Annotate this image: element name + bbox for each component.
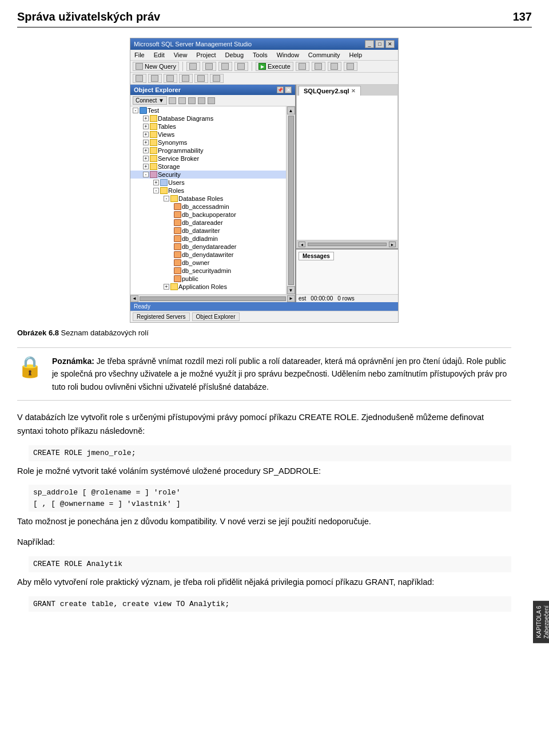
oe-close-btn[interactable]: ✕	[285, 86, 292, 93]
tree-item-views[interactable]: + Views	[130, 130, 286, 138]
expander-test[interactable]: -	[133, 108, 138, 113]
obj-tree-scroll[interactable]: - Test + Database Diagrams	[130, 106, 286, 294]
expander-approles[interactable]: +	[164, 284, 169, 290]
toolbar2-btn2[interactable]	[148, 74, 162, 83]
execute-btn[interactable]: ▶ Execute	[256, 62, 293, 71]
tree-item-test[interactable]: - Test	[130, 106, 286, 114]
tree-item-datareader[interactable]: db_datareader	[130, 219, 286, 227]
new-query-btn[interactable]: New Query	[133, 62, 179, 71]
expander-tables[interactable]: +	[143, 124, 149, 129]
tree-item-backupoperator[interactable]: db_backupoperator	[130, 211, 286, 219]
menu-edit[interactable]: Edit	[152, 51, 166, 59]
tree-item-storage[interactable]: + Storage	[130, 163, 286, 171]
toolbar-btn8[interactable]	[328, 62, 341, 71]
tree-item-synonyms[interactable]: + Synonyms	[130, 138, 286, 147]
oe-tb-icon2[interactable]	[178, 97, 186, 104]
tree-item-prog[interactable]: + Programmability	[130, 147, 286, 155]
toolbar2-btn4[interactable]	[179, 74, 193, 83]
toolbar-btn5[interactable]	[234, 62, 248, 71]
qe-scroll-right[interactable]: ►	[389, 242, 396, 247]
menu-help[interactable]: Help	[347, 51, 364, 59]
tree-item-security[interactable]: - Security	[130, 171, 286, 179]
code-line-analytik: CREATE ROLE Analytik	[33, 559, 507, 570]
query-tab-close[interactable]: ✕	[351, 88, 356, 94]
obj-explorer-scrollbar[interactable]: ▲ ▼	[286, 106, 295, 294]
toolbar2-btn6[interactable]	[210, 74, 224, 83]
menu-view[interactable]: View	[172, 51, 189, 59]
scroll-right-btn[interactable]: ►	[287, 295, 295, 302]
oe-tb-icon3[interactable]	[188, 97, 196, 104]
tree-item-diagrams[interactable]: + Database Diagrams	[130, 114, 286, 122]
folder-icon-dbroles	[170, 195, 178, 202]
scroll-down-btn[interactable]: ▼	[287, 286, 295, 294]
toolbar-btn9[interactable]	[344, 62, 357, 71]
role-icon-10	[174, 275, 181, 282]
caption-prefix: Obrázek 6.8	[17, 328, 59, 337]
menu-tools[interactable]: Tools	[251, 51, 269, 59]
icon2	[189, 63, 197, 70]
query-tab-sql[interactable]: SQLQuery2.sql ✕	[299, 86, 361, 96]
oe-tb-icon5[interactable]	[208, 97, 215, 104]
menu-project[interactable]: Project	[194, 51, 217, 59]
oe-tb-icon1[interactable]	[169, 97, 176, 104]
query-tab-bar: SQLQuery2.sql ✕	[296, 85, 398, 96]
qe-scroll-left[interactable]: ◄	[299, 242, 305, 247]
results-tab-messages[interactable]: Messages	[299, 252, 334, 260]
expander-storage[interactable]: +	[143, 164, 149, 169]
expander-prog[interactable]: +	[143, 148, 149, 153]
hscroll-thumb[interactable]	[140, 296, 286, 301]
qe-hscroll-thumb[interactable]	[308, 243, 387, 246]
toolbar2-btn5[interactable]	[194, 74, 208, 83]
toolbar-btn3[interactable]	[202, 62, 216, 71]
expander-diagrams[interactable]: +	[143, 116, 149, 121]
scroll-left-btn[interactable]: ◄	[130, 295, 138, 302]
menu-community[interactable]: Community	[307, 51, 342, 59]
minimize-btn[interactable]: _	[365, 40, 374, 48]
tree-item-denydatareader[interactable]: db_denydatareader	[130, 243, 286, 251]
expander-synonyms[interactable]: +	[143, 140, 149, 145]
toolbar-btn2[interactable]	[186, 62, 200, 71]
toolbar2-btn3[interactable]	[164, 74, 177, 83]
maximize-btn[interactable]: □	[375, 40, 384, 48]
tree-item-public[interactable]: public	[130, 275, 286, 283]
expander-roles[interactable]: -	[153, 188, 159, 193]
oe-tb-icon4[interactable]	[198, 97, 205, 104]
scroll-thumb[interactable]	[288, 116, 294, 285]
toolbar-btn4[interactable]	[218, 62, 232, 71]
tree-item-denydatawriter[interactable]: db_denydatawriter	[130, 251, 286, 259]
tree-label-approles: Application Roles	[178, 283, 227, 290]
tree-item-broker[interactable]: + Service Broker	[130, 155, 286, 163]
menu-file[interactable]: File	[133, 51, 146, 59]
scroll-up-btn[interactable]: ▲	[287, 106, 295, 114]
expander-dbroles[interactable]: -	[164, 196, 169, 201]
obj-explorer-hscrollbar[interactable]: ◄ ►	[130, 294, 295, 302]
menu-debug[interactable]: Debug	[224, 51, 245, 59]
tree-item-owner[interactable]: db_owner	[130, 259, 286, 267]
object-explorer-tab[interactable]: Object Explorer	[192, 312, 240, 321]
expander-security[interactable]: -	[143, 172, 149, 177]
tree-item-users[interactable]: + Users	[130, 179, 286, 187]
tree-item-dbroles[interactable]: - Database Roles	[130, 195, 286, 203]
tree-label-backupoperator: db_backupoperator	[182, 211, 236, 218]
toolbar-btn6[interactable]	[296, 62, 309, 71]
icon4	[221, 63, 229, 70]
menu-window[interactable]: Window	[275, 51, 301, 59]
tree-item-roles[interactable]: - Roles	[130, 187, 286, 195]
oe-pin-btn[interactable]: 📌	[277, 86, 284, 93]
query-editor[interactable]	[296, 96, 398, 240]
tree-item-ddladmin[interactable]: db_ddladmin	[130, 235, 286, 243]
connect-btn[interactable]: Connect ▼	[133, 96, 167, 105]
tree-item-tables[interactable]: + Tables	[130, 122, 286, 130]
tree-item-accessadmin[interactable]: db_accessadmin	[130, 203, 286, 211]
toolbar2-btn1[interactable]	[133, 74, 146, 83]
toolbar-btn7[interactable]	[312, 62, 325, 71]
tree-item-datawriter[interactable]: db_datawriter	[130, 227, 286, 235]
expander-views[interactable]: +	[143, 132, 149, 137]
tree-item-securityadmin[interactable]: db_securityadmin	[130, 267, 286, 275]
expander-broker[interactable]: +	[143, 156, 149, 161]
expander-users[interactable]: +	[153, 180, 159, 185]
ssms-title: Microsoft SQL Server Management Studio	[134, 41, 252, 48]
close-btn[interactable]: ✕	[385, 40, 395, 48]
registered-servers-tab[interactable]: Registered Servers	[133, 312, 190, 321]
tree-item-approles[interactable]: + Application Roles	[130, 283, 286, 291]
